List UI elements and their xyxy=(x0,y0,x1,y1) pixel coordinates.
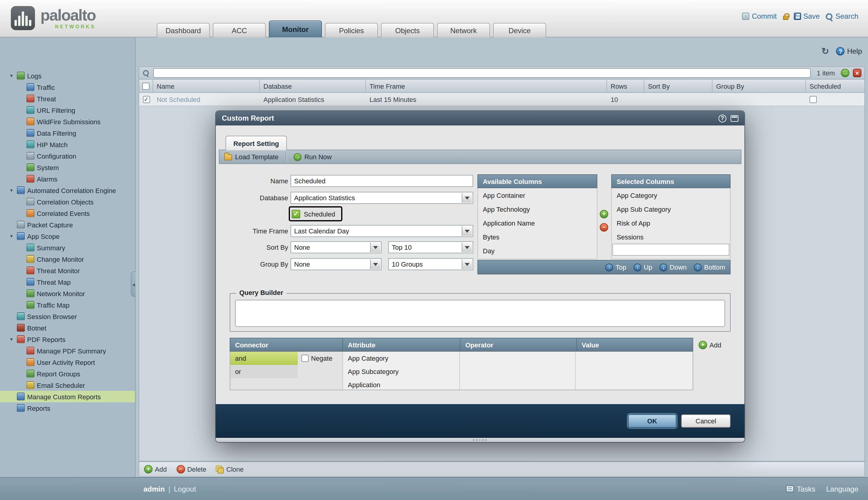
sidebar-collapse-handle[interactable]: ◀ xyxy=(131,271,136,297)
chevron-down-icon[interactable] xyxy=(370,259,380,269)
column-header-sort-by[interactable]: Sort By xyxy=(644,80,713,92)
cancel-button[interactable]: Cancel xyxy=(681,414,731,428)
chevron-down-icon[interactable] xyxy=(462,242,472,252)
attribute-option[interactable]: App Category xyxy=(343,352,459,365)
sidebar-item-manage-pdf-summary[interactable]: Manage PDF Summary xyxy=(0,345,135,356)
lock-icon[interactable] xyxy=(783,15,788,20)
sidebar-item-session-browser[interactable]: Session Browser xyxy=(0,311,135,322)
search-button[interactable]: Search xyxy=(825,12,858,21)
add-report-button[interactable]: + Add xyxy=(144,465,167,474)
list-item[interactable]: Sessions xyxy=(612,230,730,244)
tab-dashboard[interactable]: Dashboard xyxy=(157,23,210,37)
list-item[interactable]: App Category xyxy=(612,188,730,202)
database-select[interactable]: Application Statistics xyxy=(291,192,473,204)
chevron-down-icon[interactable] xyxy=(370,242,380,252)
column-header-time-frame[interactable]: Time Frame xyxy=(366,80,607,92)
dialog-title-bar[interactable]: Custom Report ? xyxy=(216,111,744,125)
move-up-button[interactable]: ↑ Up xyxy=(634,263,652,271)
chevron-down-icon[interactable] xyxy=(462,259,472,269)
sidebar-item-packet-capture[interactable]: Packet Capture xyxy=(0,219,135,230)
sidebar-item-email-scheduler[interactable]: Email Scheduler xyxy=(0,379,135,391)
list-item[interactable]: Risk of App xyxy=(612,216,730,230)
select-all-checkbox[interactable] xyxy=(142,82,150,90)
connector-option-or[interactable]: or xyxy=(230,365,298,378)
sidebar-item-pdf-reports[interactable]: ▼PDF Reports xyxy=(0,333,135,345)
chevron-down-icon[interactable] xyxy=(462,193,472,203)
attribute-option[interactable]: App Subcategory xyxy=(343,365,459,378)
sidebar-item-botnet[interactable]: Botnet xyxy=(0,322,135,333)
sidebar-item-traffic[interactable]: Traffic xyxy=(0,81,135,93)
row-name-link[interactable]: Not Scheduled xyxy=(153,93,260,105)
sidebar-item-correlation-objects[interactable]: Correlation Objects xyxy=(0,196,135,207)
scheduled-checkbox-group[interactable]: ✓ Scheduled xyxy=(289,206,343,221)
sidebar-item-logs[interactable]: ▼Logs xyxy=(0,70,135,81)
sidebar-item-threat[interactable]: Threat xyxy=(0,93,135,104)
tab-network[interactable]: Network xyxy=(437,23,490,37)
column-header-rows[interactable]: Rows xyxy=(607,80,644,92)
list-item[interactable]: App Container xyxy=(478,188,597,202)
attribute-option[interactable]: Application xyxy=(343,378,459,390)
move-down-button[interactable]: ↓ Down xyxy=(659,263,686,271)
save-button[interactable]: Save xyxy=(794,12,820,21)
column-header-database[interactable]: Database xyxy=(260,80,366,92)
run-now-button[interactable]: → Run Now xyxy=(293,153,332,161)
row-checkbox[interactable]: ✓ xyxy=(142,95,150,103)
sidebar-item-correlated-events[interactable]: Correlated Events xyxy=(0,207,135,219)
commit-button[interactable]: ↑ Commit xyxy=(742,12,777,21)
expander-icon[interactable]: ▼ xyxy=(9,234,14,238)
name-input[interactable] xyxy=(291,175,473,187)
sidebar-item-manage-custom-reports[interactable]: Manage Custom Reports xyxy=(0,391,135,402)
expander-icon[interactable]: ▼ xyxy=(9,73,14,78)
sidebar-item-alarms[interactable]: Alarms xyxy=(0,173,135,184)
tasks-button[interactable]: Tasks xyxy=(786,485,815,493)
column-header-scheduled[interactable]: Scheduled xyxy=(806,80,864,92)
load-template-button[interactable]: Load Template xyxy=(224,153,278,160)
sort-by-select[interactable]: None xyxy=(291,241,382,253)
list-item[interactable]: Day xyxy=(478,244,597,258)
dialog-help-icon[interactable]: ? xyxy=(718,114,726,122)
list-item[interactable]: App Technology xyxy=(478,202,597,216)
tab-policies[interactable]: Policies xyxy=(325,23,378,37)
connector-option-and[interactable]: and xyxy=(230,352,298,365)
tab-device[interactable]: Device xyxy=(493,23,546,37)
delete-report-button[interactable]: − Delete xyxy=(176,465,207,474)
clear-filter-button[interactable]: × xyxy=(853,69,861,77)
refresh-icon[interactable]: ↻ xyxy=(821,46,829,57)
column-header-name[interactable]: Name xyxy=(153,80,260,92)
group-by-select[interactable]: None xyxy=(291,258,382,270)
dialog-window-icon[interactable] xyxy=(731,115,738,122)
sidebar-item-change-monitor[interactable]: Change Monitor xyxy=(0,253,135,265)
scheduled-checkbox[interactable]: ✓ xyxy=(292,209,300,218)
sidebar-item-system[interactable]: System xyxy=(0,162,135,173)
add-condition-button[interactable]: + Add xyxy=(698,341,721,349)
sidebar-item-data-filtering[interactable]: Data Filtering xyxy=(0,127,135,139)
tab-objects[interactable]: Objects xyxy=(381,23,434,37)
top-n-select[interactable]: Top 10 xyxy=(388,241,473,253)
sidebar-item-summary[interactable]: Summary xyxy=(0,242,135,253)
sidebar-item-threat-monitor[interactable]: Threat Monitor xyxy=(0,265,135,276)
sidebar-item-hip-match[interactable]: HIP Match xyxy=(0,139,135,150)
row-scheduled-checkbox[interactable] xyxy=(810,95,817,103)
remove-column-button[interactable]: − xyxy=(600,223,608,231)
sidebar-item-configuration[interactable]: Configuration xyxy=(0,150,135,162)
move-top-button[interactable]: ↑ Top xyxy=(605,263,626,271)
sidebar-item-traffic-map[interactable]: Traffic Map xyxy=(0,299,135,311)
list-item[interactable]: Application Name xyxy=(478,216,597,230)
apply-filter-button[interactable]: → xyxy=(841,69,849,77)
selected-columns-edit-row[interactable] xyxy=(612,244,729,256)
tab-report-setting[interactable]: Report Setting xyxy=(225,136,287,150)
sidebar-item-network-monitor[interactable]: Network Monitor xyxy=(0,288,135,299)
query-builder-input[interactable] xyxy=(235,300,725,327)
logout-link[interactable]: Logout xyxy=(174,485,196,493)
chevron-down-icon[interactable] xyxy=(462,226,472,236)
table-row[interactable]: ✓ Not Scheduled Application Statistics L… xyxy=(139,93,865,106)
negate-checkbox[interactable] xyxy=(301,355,309,362)
language-button[interactable]: Language xyxy=(826,485,858,493)
groups-count-select[interactable]: 10 Groups xyxy=(388,258,473,270)
sidebar-item-automated-correlation-engine[interactable]: ▼Automated Correlation Engine xyxy=(0,184,135,196)
sidebar-item-url-filtering[interactable]: URL Filtering xyxy=(0,104,135,116)
dialog-resize-grip[interactable] xyxy=(216,438,744,442)
move-bottom-button[interactable]: ↓ Bottom xyxy=(694,263,725,271)
sidebar-item-wildfire-submissions[interactable]: WildFire Submissions xyxy=(0,116,135,127)
filter-input[interactable] xyxy=(153,68,811,78)
